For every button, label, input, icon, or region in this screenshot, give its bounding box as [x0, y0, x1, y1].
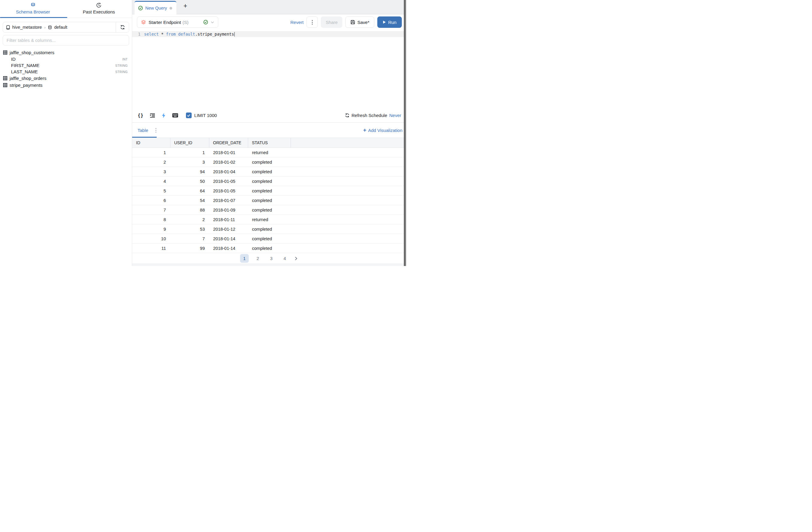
query-more-actions-button[interactable]: [306, 16, 318, 28]
results-table-header-row: IDUSER_IDORDER_DATESTATUS: [132, 138, 406, 148]
table-cell: 2: [170, 215, 209, 224]
column-header[interactable]: ID: [132, 138, 170, 148]
table-cell: 50: [170, 177, 209, 186]
table-cell-spacer: [291, 177, 406, 186]
refresh-schedule-label: Refresh Schedule: [352, 113, 387, 118]
refresh-icon: [120, 25, 125, 30]
sql-token: default: [178, 32, 195, 37]
column-type: STRING: [115, 64, 132, 67]
breadcrumb-schema[interactable]: default: [54, 25, 67, 30]
column-name: ID: [11, 57, 16, 62]
sql-token: *: [159, 32, 166, 37]
add-visualization-button[interactable]: + Add Visualization: [363, 127, 402, 133]
table-row[interactable]: 112018-01-01returned: [132, 148, 406, 157]
table-row[interactable]: 4502018-01-05completed: [132, 177, 406, 186]
table-name: stripe_payments: [10, 83, 42, 88]
column-header-spacer: [291, 138, 406, 148]
table-row[interactable]: 9532018-01-12completed: [132, 224, 406, 234]
format-braces-icon[interactable]: { }: [138, 113, 143, 118]
column-name: LAST_NAME: [11, 69, 38, 74]
table-cell: 1: [170, 148, 209, 157]
revert-button[interactable]: Revert: [290, 20, 303, 25]
breadcrumb-catalog[interactable]: hive_metastore: [12, 25, 42, 30]
tab-schema-browser[interactable]: Schema Browser: [0, 0, 66, 18]
tab-past-executions[interactable]: Past Executions: [66, 0, 132, 18]
table-cell-spacer: [291, 186, 406, 196]
table-row[interactable]: 232018-01-02completed: [132, 157, 406, 167]
table-row[interactable]: 11992018-01-14completed: [132, 243, 406, 253]
refresh-schedule-value[interactable]: Never: [389, 113, 401, 118]
active-tab-underline: [0, 17, 67, 18]
results-tab-table[interactable]: Table: [137, 123, 149, 138]
table-cell: 2018-01-09: [209, 205, 248, 215]
results-tab-label: Table: [137, 128, 148, 133]
table-row[interactable]: 7882018-01-09completed: [132, 205, 406, 215]
filter-tables-input[interactable]: [3, 38, 129, 43]
run-button[interactable]: Run: [377, 16, 402, 28]
refresh-schedule-icon: [345, 113, 349, 117]
table-cell: 2018-01-07: [209, 196, 248, 205]
table-cell: 54: [170, 196, 209, 205]
share-button[interactable]: Share: [321, 16, 342, 28]
unsaved-indicator-dot: [170, 7, 172, 10]
schema-table-item[interactable]: jaffle_shop_orders: [3, 75, 132, 82]
schema-table-item[interactable]: stripe_payments: [3, 82, 132, 88]
table-cell: 9: [132, 224, 170, 234]
table-row[interactable]: 822018-01-11returned: [132, 215, 406, 224]
page-button[interactable]: 4: [280, 254, 289, 263]
save-button-label: Save*: [357, 20, 369, 25]
schema-column-item[interactable]: IDINT: [3, 56, 132, 62]
column-header[interactable]: ORDER_DATE: [209, 138, 248, 148]
indent-icon[interactable]: [150, 113, 155, 118]
page-button[interactable]: 2: [253, 254, 262, 263]
editor-footer-toolbar: { }: [132, 108, 406, 123]
table-cell: 11: [132, 243, 170, 253]
table-cell: 94: [170, 167, 209, 177]
table-row[interactable]: 6542018-01-07completed: [132, 196, 406, 205]
line-number: 1: [132, 32, 144, 37]
limit-toggle[interactable]: LIMIT 1000: [186, 112, 217, 118]
sql-token: .stripe_payments: [195, 32, 234, 37]
schema-column-item[interactable]: FIRST_NAMESTRING: [3, 62, 132, 69]
table-cell-spacer: [291, 196, 406, 205]
table-cell: 6: [132, 196, 170, 205]
table-cell: 2018-01-05: [209, 177, 248, 186]
query-tab-bar: New Query +: [132, 0, 406, 14]
table-cell: 3: [132, 167, 170, 177]
table-row[interactable]: 1072018-01-14completed: [132, 234, 406, 243]
schema-table-item[interactable]: jaffle_shop_customers: [3, 49, 132, 56]
new-tab-button[interactable]: +: [176, 3, 187, 12]
results-table-body: 112018-01-01returned232018-01-02complete…: [132, 148, 406, 253]
sql-token: [176, 32, 178, 37]
table-cell: 2018-01-02: [209, 157, 248, 167]
sql-code-line: select * from default.stripe_payments: [144, 32, 234, 37]
sql-editor[interactable]: 1 select * from default.stripe_payments: [132, 30, 406, 108]
breadcrumb[interactable]: hive_metastore › default: [3, 25, 116, 30]
table-row[interactable]: 3942018-01-04completed: [132, 167, 406, 177]
schema-column-item[interactable]: LAST_NAMESTRING: [3, 69, 132, 75]
table-cell-spacer: [291, 167, 406, 177]
breadcrumb-separator: ›: [44, 25, 45, 30]
table-cell: 4: [132, 177, 170, 186]
page-button[interactable]: 3: [267, 254, 276, 263]
table-cell: completed: [248, 196, 291, 205]
table-row[interactable]: 5642018-01-05completed: [132, 186, 406, 196]
endpoint-selector[interactable]: Starter Endpoint (S): [137, 16, 218, 28]
lightning-icon[interactable]: [162, 113, 165, 118]
save-button[interactable]: Save*: [345, 16, 374, 28]
query-tab-new-query[interactable]: New Query: [134, 1, 176, 14]
limit-checkbox[interactable]: [186, 112, 192, 118]
vertical-scrollbar[interactable]: [404, 0, 406, 266]
column-header[interactable]: USER_ID: [170, 138, 209, 148]
column-header[interactable]: STATUS: [248, 138, 291, 148]
results-header: Table + Add Visualization: [132, 123, 406, 138]
refresh-schema-button[interactable]: [116, 22, 129, 32]
table-cell: 88: [170, 205, 209, 215]
table-cell: returned: [248, 148, 291, 157]
page-button[interactable]: 1: [240, 254, 249, 263]
tab-past-executions-label: Past Executions: [83, 9, 115, 14]
keyboard-shortcuts-icon[interactable]: [172, 113, 178, 117]
run-button-label: Run: [388, 20, 396, 25]
next-page-button[interactable]: [294, 256, 298, 261]
results-tab-menu-icon[interactable]: [156, 128, 156, 132]
